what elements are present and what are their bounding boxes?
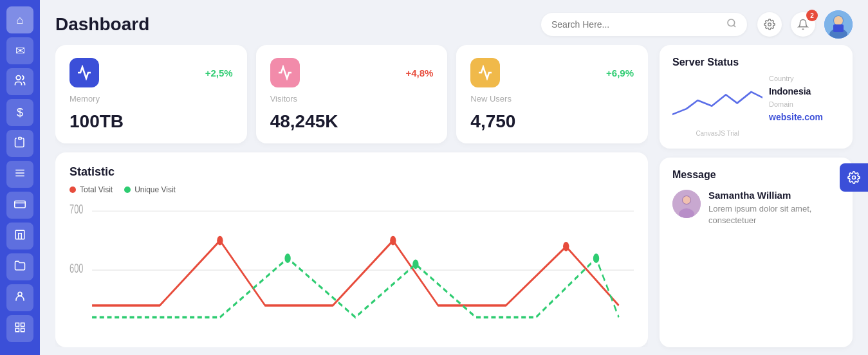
building-icon [14, 229, 26, 244]
svg-point-12 [728, 19, 735, 26]
domain-value: website.com [769, 112, 840, 122]
new-users-label: New Users [470, 94, 634, 104]
unique-visit-dot [124, 187, 131, 193]
svg-point-34 [853, 176, 856, 179]
server-info: Country Indonesia Domain website.com [769, 75, 840, 122]
sidebar-item-wallet[interactable] [6, 192, 33, 219]
sidebar-item-folder[interactable] [6, 253, 33, 280]
sidebar-item-dollar[interactable]: $ [6, 99, 33, 126]
folder-icon [14, 260, 26, 275]
visitors-icon [270, 58, 300, 87]
message-title: Message [672, 169, 840, 181]
settings-button[interactable] [757, 12, 782, 37]
chart-legend: Total Visit Unique Visit [69, 185, 634, 194]
svg-rect-8 [15, 323, 19, 326]
sidebar-item-person[interactable] [6, 284, 33, 311]
sidebar-item-grid[interactable] [6, 315, 33, 342]
wallet-icon [14, 198, 26, 213]
message-card: Message Samantha William Lorem ipsum dol… [660, 158, 853, 347]
message-item: Samantha William Lorem ipsum dolor sit a… [672, 190, 840, 226]
sidebar-item-list[interactable] [6, 161, 33, 188]
svg-point-28 [412, 260, 418, 269]
search-input[interactable] [551, 19, 721, 30]
svg-point-0 [16, 75, 21, 80]
message-content: Samantha William Lorem ipsum dolor sit a… [708, 190, 840, 226]
grid-icon [14, 322, 26, 336]
stat-card-visitors: +4,8% Visitors 48,245K [256, 45, 448, 143]
country-value: Indonesia [769, 86, 840, 96]
svg-text:700: 700 [69, 202, 83, 217]
header-icons: 2 [757, 10, 853, 39]
total-visit-label: Total Visit [80, 185, 113, 194]
domain-label: Domain [769, 100, 840, 108]
message-sender: Samantha William [708, 190, 840, 201]
stat-card-top-visitors: +4,8% [270, 58, 434, 87]
svg-point-14 [768, 23, 771, 26]
stat-card-top-new-users: +6,9% [470, 58, 634, 87]
sidebar-item-mail[interactable]: ✉ [6, 37, 33, 64]
stat-card-top-memory: +2,5% [69, 58, 233, 87]
svg-point-29 [593, 253, 599, 263]
svg-point-18 [834, 16, 843, 25]
right-column: Server Status CanvasJS Trial Country Ind… [660, 45, 853, 347]
server-svg-wrap: CanvasJS Trial [672, 75, 762, 137]
header: Dashboard 2 [40, 0, 868, 45]
svg-point-27 [284, 253, 290, 263]
main-content: Dashboard 2 [40, 0, 868, 355]
server-status-card: Server Status CanvasJS Trial Country Ind… [660, 45, 853, 149]
svg-rect-11 [21, 328, 24, 331]
stat-card-memory: +2,5% Memory 100TB [55, 45, 247, 143]
svg-rect-10 [15, 328, 19, 331]
svg-point-7 [18, 292, 22, 296]
svg-rect-19 [833, 24, 844, 32]
clipboard-icon [14, 136, 26, 151]
new-users-icon [470, 58, 500, 87]
svg-rect-6 [15, 230, 24, 239]
search-bar[interactable] [541, 13, 747, 36]
visitors-label: Visitors [270, 94, 434, 104]
visitors-value: 48,245K [270, 111, 434, 132]
search-icon [726, 18, 737, 31]
svg-line-13 [734, 25, 735, 27]
list-icon [14, 167, 26, 182]
legend-total-visit: Total Visit [69, 185, 113, 194]
sidebar: ⌂ ✉ $ [0, 0, 40, 355]
total-visit-dot [69, 187, 76, 193]
svg-rect-5 [15, 201, 26, 208]
unique-visit-label: Unique Visit [134, 185, 176, 194]
statistic-title: Statistic [69, 165, 634, 179]
users-icon [14, 74, 26, 90]
stats-row: +2,5% Memory 100TB +4,8% Visitors 48,245… [55, 45, 648, 143]
svg-text:600: 600 [69, 261, 83, 276]
sidebar-item-users[interactable] [6, 68, 33, 95]
person-icon [14, 291, 26, 305]
new-users-value: 4,750 [470, 111, 634, 132]
chart-area: 700 600 [69, 199, 634, 341]
memory-percent: +2,5% [205, 68, 233, 78]
notification-badge: 2 [806, 10, 818, 21]
country-label: Country [769, 75, 840, 82]
mail-icon: ✉ [15, 44, 25, 58]
content-area: +2,5% Memory 100TB +4,8% Visitors 48,245… [40, 45, 868, 355]
server-status-title: Server Status [672, 57, 840, 68]
svg-point-26 [563, 242, 569, 251]
memory-label: Memory [69, 94, 233, 104]
home-icon: ⌂ [17, 14, 24, 27]
memory-icon [69, 58, 99, 87]
message-text: Lorem ipsum dolor sit amet, consectetuer [708, 203, 840, 226]
canvasjs-label: CanvasJS Trial [672, 130, 762, 137]
statistic-card: Statistic Total Visit Unique Visit 700 [55, 152, 648, 347]
page-title: Dashboard [55, 14, 531, 35]
sidebar-item-home[interactable]: ⌂ [6, 6, 33, 33]
memory-value: 100TB [69, 111, 233, 132]
floating-settings-button[interactable] [840, 163, 868, 192]
svg-point-33 [683, 196, 690, 204]
svg-rect-9 [21, 323, 24, 326]
user-avatar[interactable] [824, 10, 853, 39]
visitors-percent: +4,8% [405, 68, 433, 78]
left-column: +2,5% Memory 100TB +4,8% Visitors 48,245… [55, 45, 648, 347]
sidebar-item-clipboard[interactable] [6, 130, 33, 157]
notifications-button[interactable]: 2 [791, 12, 815, 37]
sidebar-item-building[interactable] [6, 223, 33, 250]
server-chart-area: CanvasJS Trial Country Indonesia Domain … [672, 75, 840, 137]
